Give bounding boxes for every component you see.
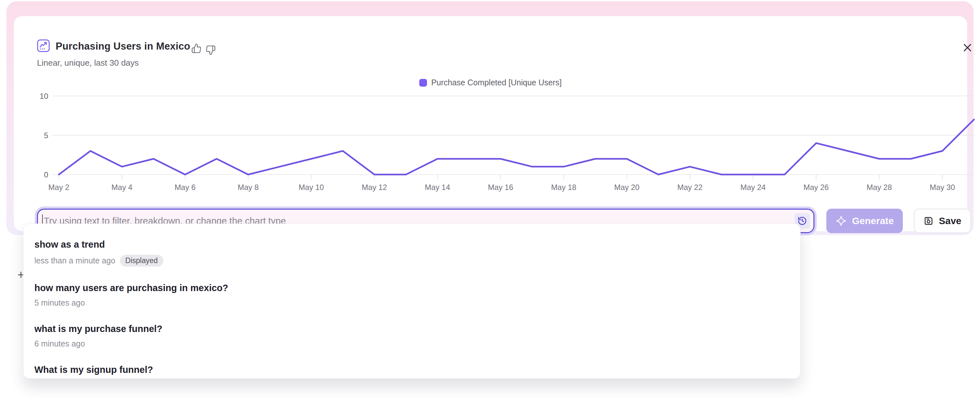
history-item-badge: Displayed: [120, 255, 163, 267]
history-item[interactable]: what is my purchase funnel?6 minutes ago: [24, 315, 800, 356]
svg-text:May 28: May 28: [867, 183, 892, 192]
legend-label: Purchase Completed [Unique Users]: [431, 78, 562, 87]
page-title: Purchasing Users in Mexico: [56, 41, 190, 52]
history-dropdown: show as a trendless than a minute agoDis…: [23, 224, 800, 379]
svg-text:May 24: May 24: [740, 183, 766, 192]
svg-text:May 16: May 16: [488, 183, 514, 192]
legend-swatch: [419, 79, 427, 86]
history-item[interactable]: how many users are purchasing in mexico?…: [24, 274, 800, 315]
chart-legend: Purchase Completed [Unique Users]: [14, 78, 967, 87]
svg-text:May 6: May 6: [175, 183, 196, 192]
svg-text:May 4: May 4: [111, 183, 132, 192]
close-icon: [962, 42, 973, 53]
history-item[interactable]: What is my signup funnel?6 minutes ago: [24, 356, 800, 379]
line-chart: 0510May 2May 4May 6May 8May 10May 12May …: [37, 90, 979, 197]
chart-area: 0510May 2May 4May 6May 8May 10May 12May …: [37, 90, 979, 197]
svg-text:May 12: May 12: [362, 183, 387, 192]
svg-text:May 18: May 18: [551, 183, 576, 192]
save-button[interactable]: Save: [914, 209, 971, 233]
history-item-query: show as a trend: [34, 239, 789, 250]
thumbs-down-icon[interactable]: [205, 45, 216, 57]
generate-button[interactable]: Generate: [826, 209, 903, 233]
save-icon: [923, 216, 934, 226]
history-item-query: how many users are purchasing in mexico?: [34, 283, 789, 293]
svg-text:May 8: May 8: [238, 183, 258, 192]
history-icon: [797, 216, 807, 226]
history-item-query: what is my purchase funnel?: [34, 324, 789, 334]
svg-text:May 26: May 26: [803, 183, 829, 192]
generate-label: Generate: [852, 216, 894, 226]
svg-text:May 10: May 10: [299, 183, 324, 192]
svg-text:May 14: May 14: [425, 183, 450, 192]
svg-text:May 20: May 20: [614, 183, 640, 192]
thumbs-up-icon[interactable]: [191, 43, 202, 55]
svg-text:May 30: May 30: [930, 183, 955, 192]
svg-text:10: 10: [40, 92, 48, 101]
save-label: Save: [939, 216, 961, 226]
history-item-time: less than a minute ago: [34, 256, 115, 265]
svg-text:5: 5: [44, 131, 48, 140]
svg-text:May 2: May 2: [48, 183, 69, 192]
svg-text:0: 0: [44, 170, 48, 179]
chart-subtitle: Linear, unique, last 30 days: [37, 58, 139, 68]
history-item[interactable]: show as a trendless than a minute agoDis…: [24, 231, 800, 274]
history-item-query: What is my signup funnel?: [34, 364, 789, 375]
chart-insight-icon: [37, 39, 50, 53]
close-button[interactable]: [960, 40, 975, 55]
insight-card: Purchasing Users in Mexico Linear, uniqu…: [14, 16, 967, 231]
svg-text:May 22: May 22: [677, 183, 703, 192]
history-item-time: 5 minutes ago: [34, 298, 85, 307]
history-item-time: 6 minutes ago: [34, 339, 85, 348]
sparkle-icon: [835, 215, 847, 227]
